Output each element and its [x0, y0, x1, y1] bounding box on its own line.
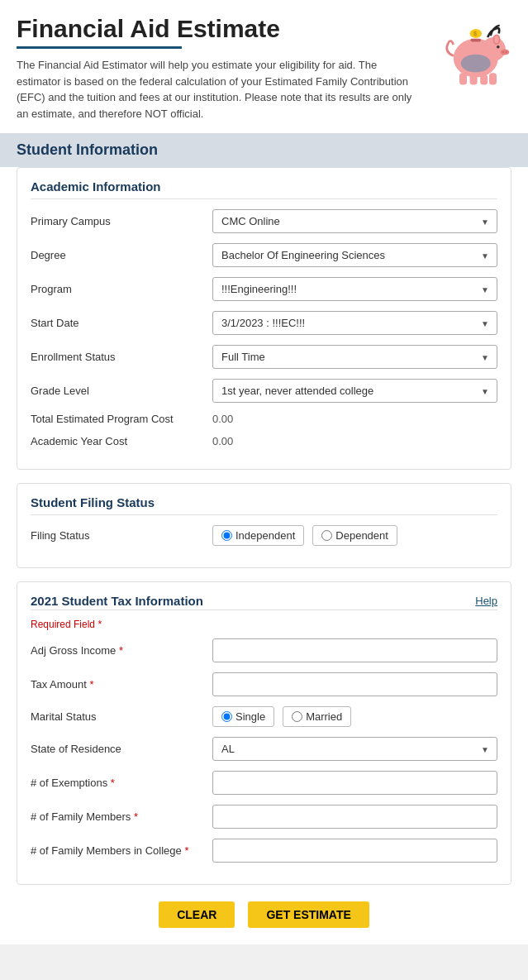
svg-point-6 [502, 51, 504, 53]
required-field-label: Required Field * [31, 619, 497, 630]
program-label: Program [31, 283, 212, 295]
filing-status-dependent-label: Dependent [335, 529, 388, 542]
primary-campus-select-wrapper[interactable]: CMC Online [212, 209, 497, 233]
tax-amount-input[interactable] [212, 672, 497, 696]
primary-campus-select[interactable]: CMC Online [212, 209, 497, 233]
state-of-residence-row: State of Residence AL [31, 737, 497, 761]
tax-amount-row: Tax Amount * [31, 672, 497, 696]
title-underline [17, 46, 182, 49]
tax-info-card: 2021 Student Tax Information Help Requir… [17, 581, 511, 885]
tax-info-title: 2021 Student Tax Information [31, 594, 203, 608]
svg-rect-11 [489, 73, 497, 84]
grade-level-select[interactable]: 1st year, never attended college [212, 379, 497, 403]
filing-status-card: Student Filing Status Filing Status Inde… [17, 483, 511, 568]
header-text: Financial Aid Estimate The Financial Aid… [17, 15, 429, 122]
filing-status-independent-option[interactable]: Independent [212, 525, 304, 546]
filing-status-independent-radio[interactable] [221, 530, 232, 541]
main-content: Academic Information Primary Campus CMC … [0, 167, 528, 944]
adj-gross-income-label: Adj Gross Income * [31, 644, 212, 657]
filing-status-title: Student Filing Status [31, 495, 497, 515]
filing-status-dependent-option[interactable]: Dependent [312, 525, 397, 546]
marital-status-single-label: Single [235, 710, 265, 723]
adj-gross-income-input[interactable] [212, 638, 497, 662]
marital-status-single-radio[interactable] [221, 711, 232, 722]
get-estimate-button[interactable]: GET ESTIMATE [248, 901, 369, 928]
total-cost-row: Total Estimated Program Cost 0.00 [31, 413, 497, 425]
start-date-label: Start Date [31, 317, 212, 329]
svg-point-4 [497, 45, 500, 49]
tax-info-header-row: 2021 Student Tax Information Help [31, 594, 497, 608]
marital-status-single-option[interactable]: Single [212, 706, 274, 727]
academic-info-card: Academic Information Primary Campus CMC … [17, 167, 511, 470]
svg-point-7 [506, 51, 507, 53]
marital-status-married-radio[interactable] [292, 711, 302, 722]
piggy-bank-icon: $ [437, 15, 511, 89]
svg-rect-12 [471, 39, 482, 42]
marital-status-label: Marital Status [31, 710, 212, 723]
page-title: Financial Aid Estimate [17, 15, 429, 43]
svg-point-15 [461, 55, 491, 73]
academic-year-cost-value: 0.00 [212, 435, 497, 447]
svg-rect-10 [480, 74, 488, 85]
exemptions-label: # of Exemptions * [31, 777, 212, 789]
clear-button[interactable]: CLEAR [159, 901, 235, 928]
degree-select[interactable]: Bachelor Of Engineering Sciences [212, 243, 497, 267]
filing-status-label: Filing Status [31, 529, 212, 542]
required-asterisk: * [98, 619, 102, 630]
enrollment-status-select[interactable]: Full Time [212, 345, 497, 369]
marital-status-radio-group: Single Married [212, 706, 497, 727]
family-members-college-row: # of Family Members in College * [31, 839, 497, 863]
primary-campus-label: Primary Campus [31, 215, 212, 227]
academic-year-cost-row: Academic Year Cost 0.00 [31, 435, 497, 447]
program-select-wrapper[interactable]: !!!Engineering!!! [212, 277, 497, 301]
primary-campus-row: Primary Campus CMC Online [31, 209, 497, 233]
filing-status-row: Filing Status Independent Dependent [31, 525, 497, 546]
start-date-select-wrapper[interactable]: 3/1/2023 : !!!EC!!! [212, 311, 497, 335]
marital-status-row: Marital Status Single Married [31, 706, 497, 727]
filing-status-radio-group: Independent Dependent [212, 525, 497, 546]
state-select[interactable]: AL [212, 737, 497, 761]
student-info-header: Student Information [0, 133, 528, 167]
total-cost-label: Total Estimated Program Cost [31, 413, 212, 425]
degree-label: Degree [31, 249, 212, 261]
program-select[interactable]: !!!Engineering!!! [212, 277, 497, 301]
grade-level-label: Grade Level [31, 385, 212, 397]
tax-amount-label: Tax Amount * [31, 678, 212, 691]
svg-rect-9 [470, 74, 478, 85]
family-members-input[interactable] [212, 805, 497, 829]
family-members-college-input[interactable] [212, 839, 497, 863]
enrollment-status-label: Enrollment Status [31, 351, 212, 363]
family-members-row: # of Family Members * [31, 805, 497, 829]
svg-text:$: $ [473, 30, 477, 37]
marital-status-married-option[interactable]: Married [283, 706, 351, 727]
family-members-label: # of Family Members * [31, 810, 212, 823]
header-desc: The Financial Aid Estimator will help yo… [17, 57, 413, 122]
degree-row: Degree Bachelor Of Engineering Sciences [31, 243, 497, 267]
academic-year-cost-label: Academic Year Cost [31, 435, 212, 447]
adj-gross-income-row: Adj Gross Income * [31, 638, 497, 662]
enrollment-status-select-wrapper[interactable]: Full Time [212, 345, 497, 369]
degree-select-wrapper[interactable]: Bachelor Of Engineering Sciences [212, 243, 497, 267]
grade-level-row: Grade Level 1st year, never attended col… [31, 379, 497, 403]
filing-status-dependent-radio[interactable] [321, 530, 332, 541]
exemptions-input[interactable] [212, 771, 497, 795]
marital-status-married-label: Married [306, 710, 342, 723]
state-of-residence-label: State of Residence [31, 743, 212, 755]
exemptions-row: # of Exemptions * [31, 771, 497, 795]
header-section: Financial Aid Estimate The Financial Aid… [0, 0, 528, 133]
state-select-wrapper[interactable]: AL [212, 737, 497, 761]
start-date-select[interactable]: 3/1/2023 : !!!EC!!! [212, 311, 497, 335]
button-row: CLEAR GET ESTIMATE [17, 901, 511, 928]
academic-info-title: Academic Information [31, 179, 497, 199]
program-row: Program !!!Engineering!!! [31, 277, 497, 301]
total-cost-value: 0.00 [212, 413, 497, 425]
svg-point-5 [501, 49, 510, 55]
svg-point-3 [494, 36, 498, 43]
enrollment-status-row: Enrollment Status Full Time [31, 345, 497, 369]
student-info-title: Student Information [17, 141, 511, 159]
tax-divider [31, 610, 497, 610]
help-link[interactable]: Help [475, 595, 497, 607]
start-date-row: Start Date 3/1/2023 : !!!EC!!! [31, 311, 497, 335]
grade-level-select-wrapper[interactable]: 1st year, never attended college [212, 379, 497, 403]
filing-status-independent-label: Independent [235, 529, 295, 542]
